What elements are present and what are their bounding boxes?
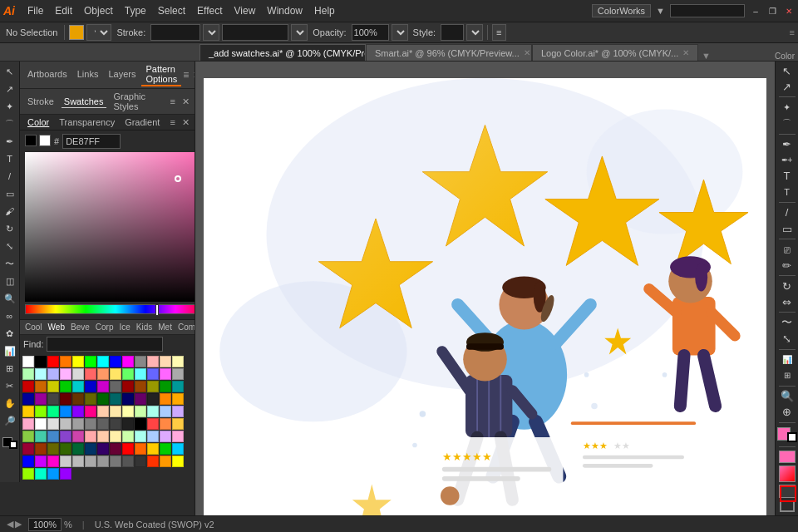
- swatch-item[interactable]: [135, 443, 146, 455]
- swatch-item[interactable]: [47, 443, 59, 455]
- swatch-item[interactable]: [72, 456, 84, 467]
- tab-1[interactable]: Smart.ai* @ 96% (CMYK/Preview... ✕: [366, 44, 532, 61]
- swatch-item[interactable]: [72, 356, 84, 367]
- tool-magic-wand[interactable]: ✦: [2, 98, 18, 115]
- rt-none-color[interactable]: [779, 485, 796, 498]
- panel-tab-layers[interactable]: Layers: [104, 68, 140, 81]
- swatch-item[interactable]: [135, 418, 146, 430]
- menu-select[interactable]: Select: [152, 3, 191, 18]
- tool-lasso[interactable]: ⌒: [2, 116, 18, 132]
- swatch-item[interactable]: [47, 431, 59, 442]
- more-tabs-btn[interactable]: ▼: [702, 51, 711, 61]
- opacity-input[interactable]: [352, 24, 389, 41]
- swatch-item[interactable]: [60, 468, 71, 480]
- toolbar-options-btn[interactable]: ≡: [790, 27, 795, 37]
- swatch-item[interactable]: [147, 393, 159, 405]
- swatch-item[interactable]: [135, 456, 146, 467]
- swatch-item[interactable]: [47, 468, 59, 480]
- swatch-item[interactable]: [172, 393, 184, 405]
- swatch-item[interactable]: [110, 443, 121, 455]
- bs-tab-kids[interactable]: Kids: [135, 322, 154, 332]
- style-value-input[interactable]: [222, 24, 288, 41]
- swatch-item[interactable]: [60, 356, 71, 367]
- stroke-dropdown[interactable]: ▼: [203, 24, 219, 41]
- tool-pen[interactable]: ✒: [2, 133, 18, 150]
- swatch-item[interactable]: [22, 356, 34, 367]
- swatch-item[interactable]: [160, 406, 171, 417]
- swatch-item[interactable]: [97, 356, 109, 367]
- menu-type[interactable]: Type: [119, 3, 152, 18]
- swatch-item[interactable]: [160, 443, 171, 455]
- bs-tab-cool[interactable]: Cool: [23, 322, 44, 332]
- swatch-item[interactable]: [110, 393, 121, 405]
- rt-magic-wand[interactable]: ✦: [777, 100, 797, 115]
- swatch-item[interactable]: [22, 406, 34, 417]
- swatch-item[interactable]: [72, 406, 84, 417]
- swatch-tab-stroke[interactable]: Stroke: [25, 96, 57, 107]
- swatch-item[interactable]: [122, 431, 134, 442]
- swatch-item[interactable]: [35, 381, 47, 392]
- tab-2[interactable]: Logo Color.ai* @ 100% (CMYK/... ✕: [532, 44, 698, 61]
- swatch-item[interactable]: [172, 431, 184, 442]
- menu-object[interactable]: Object: [78, 3, 119, 18]
- rt-rect[interactable]: ▭: [777, 221, 797, 236]
- tool-slice[interactable]: ✂: [2, 377, 18, 394]
- swatch-item[interactable]: [72, 443, 84, 455]
- swatch-item[interactable]: [47, 393, 59, 405]
- swatch-item[interactable]: [110, 406, 121, 417]
- swatch-item[interactable]: [35, 356, 47, 367]
- swatch-item[interactable]: [172, 443, 184, 455]
- swatch-item[interactable]: [22, 393, 34, 405]
- bs-tab-com[interactable]: Com: [176, 322, 195, 332]
- menu-file[interactable]: File: [22, 3, 49, 18]
- swatch-item[interactable]: [122, 356, 134, 367]
- swatch-item[interactable]: [160, 381, 171, 392]
- maximize-button[interactable]: ❐: [766, 5, 778, 17]
- style-select[interactable]: ▼: [466, 24, 483, 41]
- bs-tab-met[interactable]: Met: [156, 322, 174, 332]
- swatch-item[interactable]: [172, 368, 184, 380]
- swatch-item[interactable]: [60, 443, 71, 455]
- color-close-btn[interactable]: ✕: [182, 117, 190, 128]
- swatch-item[interactable]: [172, 418, 184, 430]
- swatch-item[interactable]: [97, 381, 109, 392]
- swatch-item[interactable]: [172, 356, 184, 367]
- swatch-item[interactable]: [60, 418, 71, 430]
- swatch-item[interactable]: [147, 418, 159, 430]
- hue-slider[interactable]: [25, 304, 195, 314]
- tool-artboard[interactable]: ⊞: [2, 360, 18, 377]
- rt-add-anchor[interactable]: ✒+: [777, 152, 797, 167]
- swatch-item[interactable]: [85, 418, 96, 430]
- bs-tab-web[interactable]: Web: [47, 322, 66, 332]
- swatch-item[interactable]: [160, 393, 171, 405]
- fill-stroke-boxes[interactable]: [2, 437, 17, 449]
- swatch-item[interactable]: [22, 443, 34, 455]
- swatch-item[interactable]: [60, 431, 71, 442]
- swatch-tab-graphic[interactable]: Graphic Styles: [111, 91, 165, 112]
- swatch-item[interactable]: [97, 406, 109, 417]
- opacity-dropdown[interactable]: ▼: [392, 24, 408, 41]
- swatch-item[interactable]: [72, 368, 84, 380]
- statusbar-next-btn[interactable]: ▶: [15, 519, 22, 530]
- rt-direct-select[interactable]: ↗: [777, 79, 797, 94]
- color-tab-transparency[interactable]: Transparency: [57, 116, 117, 128]
- swatches-options-btn[interactable]: ≡: [170, 96, 175, 106]
- minimize-button[interactable]: –: [750, 5, 761, 17]
- swatch-item[interactable]: [110, 368, 121, 380]
- swatch-item[interactable]: [97, 393, 109, 405]
- swatch-item[interactable]: [60, 406, 71, 417]
- swatch-item[interactable]: [72, 431, 84, 442]
- swatch-item[interactable]: [110, 431, 121, 442]
- rt-warp[interactable]: 〜: [777, 315, 797, 330]
- color-tab-gradient[interactable]: Gradient: [122, 116, 162, 128]
- rt-reflect[interactable]: ⇔: [777, 294, 797, 309]
- swatch-item[interactable]: [47, 368, 59, 380]
- rt-color-gradient[interactable]: [779, 466, 796, 482]
- style-input[interactable]: [441, 24, 464, 41]
- rt-line[interactable]: /: [777, 205, 797, 220]
- swatch-item[interactable]: [147, 443, 159, 455]
- rt-pen[interactable]: ✒: [777, 136, 797, 151]
- canvas-area[interactable]: ★★★★★ ★★★ ★★: [195, 62, 775, 515]
- tool-select[interactable]: ↖: [2, 63, 18, 80]
- fill-style-select[interactable]: ▼: [86, 24, 111, 41]
